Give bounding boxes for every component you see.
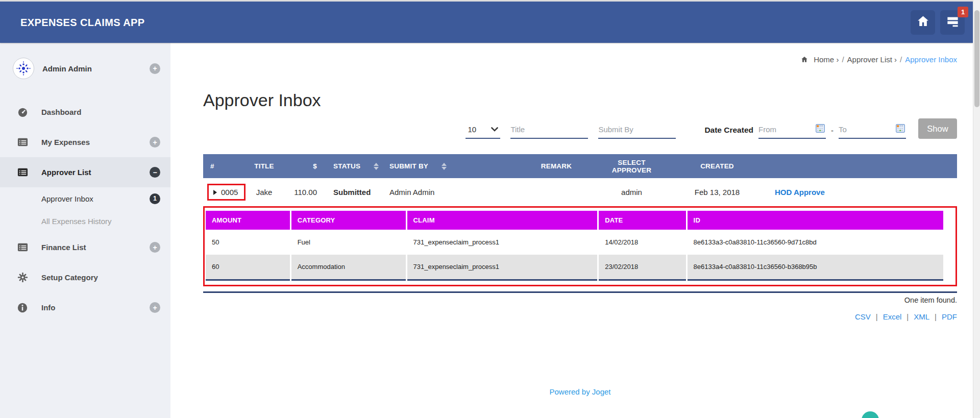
- sidebar-item-all-expenses-history[interactable]: All Expenses History: [0, 210, 170, 232]
- col-header-status[interactable]: STATUS: [329, 154, 385, 178]
- expand-row-icon[interactable]: [213, 190, 217, 195]
- date-created-filter: Date Created -: [704, 120, 906, 139]
- col-header-title: TITLE: [240, 154, 288, 178]
- expand-plus-icon[interactable]: +: [150, 242, 160, 253]
- date-created-label: Date Created: [704, 126, 753, 139]
- collapse-minus-icon[interactable]: −: [150, 167, 160, 178]
- row-status-cell: Submitted: [329, 178, 385, 206]
- calendar-icon[interactable]: [816, 124, 825, 135]
- row-remark-cell: [513, 178, 600, 206]
- sort-arrows-icon[interactable]: [374, 163, 379, 170]
- sidebar-item-approver-list[interactable]: Approver List −: [0, 157, 170, 187]
- row-created-cell: Feb 13, 2018: [664, 178, 771, 206]
- home-button[interactable]: [911, 10, 935, 35]
- page-title: Approver Inbox: [203, 90, 957, 110]
- show-button[interactable]: Show: [918, 118, 957, 139]
- detail-col-category: CATEGORY: [290, 211, 406, 230]
- row-title-cell: Jake: [240, 178, 288, 206]
- table-footer-divider: [203, 291, 957, 293]
- info-icon: [17, 302, 41, 313]
- export-links: CSV|Excel|XML|PDF: [203, 312, 957, 321]
- app-header: EXPENSES CLAIMS APP 1: [0, 2, 973, 43]
- export-excel-link[interactable]: Excel: [883, 312, 902, 321]
- breadcrumb-home[interactable]: Home ›: [814, 55, 839, 64]
- annotation-box-detail-table: AMOUNT CATEGORY CLAIM DATE ID 50 Fuel 73…: [203, 206, 957, 286]
- sidebar-item-approver-inbox[interactable]: Approver Inbox 1: [0, 187, 170, 210]
- col-header-action: [771, 154, 957, 178]
- gear-icon: [17, 272, 41, 283]
- table-header-row: # TITLE $ STATUS SUBMIT BY REMARK SELECT…: [203, 154, 957, 178]
- calendar-icon[interactable]: [896, 124, 905, 135]
- sidebar-menu: Dashboard My Expenses +: [0, 97, 170, 323]
- sidebar-item-info[interactable]: Info +: [0, 292, 170, 323]
- chevron-down-icon: [491, 127, 498, 132]
- user-avatar: [13, 58, 34, 79]
- table-row[interactable]: 0005 Jake 110.00 Submitted Admin Admin a…: [203, 178, 957, 206]
- inbox-list-icon: [946, 14, 960, 30]
- dashboard-gauge-icon: [17, 106, 41, 118]
- expense-detail-table: AMOUNT CATEGORY CLAIM DATE ID 50 Fuel 73…: [206, 211, 943, 281]
- export-csv-link[interactable]: CSV: [855, 312, 871, 321]
- result-summary: One item found.: [203, 296, 957, 304]
- home-icon: [916, 14, 930, 30]
- detail-col-id: ID: [687, 211, 943, 230]
- expand-plus-icon[interactable]: +: [150, 137, 160, 147]
- breadcrumb-parent[interactable]: Approver List ›: [847, 55, 897, 64]
- hod-approve-link[interactable]: HOD Approve: [775, 188, 825, 196]
- approver-inbox-table: # TITLE $ STATUS SUBMIT BY REMARK SELECT…: [203, 154, 957, 206]
- submit-by-filter-input[interactable]: [598, 120, 676, 139]
- col-header-amount: $: [288, 154, 329, 178]
- inbox-button[interactable]: 1: [940, 10, 965, 35]
- detail-col-claim: CLAIM: [406, 211, 598, 230]
- page-size-select[interactable]: 10: [465, 120, 500, 139]
- user-expand-icon[interactable]: +: [150, 63, 160, 74]
- scrollbar-thumb[interactable]: [974, 10, 979, 107]
- notification-badge: 1: [958, 7, 968, 17]
- date-to-input[interactable]: [839, 120, 890, 138]
- detail-col-date: DATE: [598, 211, 687, 230]
- footer: Powered by Joget: [203, 387, 957, 396]
- export-xml-link[interactable]: XML: [914, 312, 929, 321]
- detail-header-row: AMOUNT CATEGORY CLAIM DATE ID: [206, 211, 943, 230]
- detail-row: 60 Accommodation 731_expenseclaim_proces…: [206, 255, 943, 280]
- row-amount-cell: 110.00: [288, 178, 329, 206]
- detail-row: 50 Fuel 731_expenseclaim_process1 14/02/…: [206, 230, 943, 255]
- sidebar-item-dashboard[interactable]: Dashboard: [0, 97, 170, 127]
- sort-arrows-icon[interactable]: [442, 163, 447, 170]
- sidebar-item-finance-list[interactable]: Finance List +: [0, 232, 170, 262]
- detail-col-amount: AMOUNT: [206, 211, 290, 230]
- sidebar-item-my-expenses[interactable]: My Expenses +: [0, 127, 170, 157]
- sidebar-item-setup-category[interactable]: Setup Category: [0, 262, 170, 292]
- date-from-input[interactable]: [758, 120, 810, 138]
- sidebar: Admin Admin + Dashboard: [0, 43, 170, 418]
- vertical-scrollbar[interactable]: [973, 0, 980, 418]
- expand-plus-icon[interactable]: +: [150, 302, 160, 313]
- main-content: Home ›/Approver List ›/Approver Inbox Ap…: [170, 43, 973, 418]
- list-alt-icon: [17, 136, 41, 148]
- col-header-submit-by[interactable]: SUBMIT BY: [385, 154, 513, 178]
- user-name: Admin Admin: [42, 64, 92, 73]
- row-action-cell: HOD Approve: [771, 178, 957, 206]
- breadcrumb-current[interactable]: Approver Inbox: [905, 55, 957, 64]
- powered-by-link[interactable]: Powered by Joget: [549, 387, 610, 396]
- sidebar-user[interactable]: Admin Admin +: [13, 57, 170, 80]
- col-header-num: #: [203, 154, 240, 178]
- list-alt-icon: [17, 166, 41, 178]
- col-header-select-approver: SELECT APPROVER: [600, 154, 664, 178]
- header-actions: 1: [911, 10, 965, 35]
- approver-inbox-count-badge: 1: [150, 193, 160, 204]
- row-id-cell[interactable]: 0005: [203, 178, 240, 206]
- breadcrumb: Home ›/Approver List ›/Approver Inbox: [203, 55, 957, 64]
- annotation-box-row-id[interactable]: 0005: [207, 184, 246, 201]
- col-header-created: CREATED: [664, 154, 771, 178]
- col-header-remark: REMARK: [513, 154, 600, 178]
- app-title: EXPENSES CLAIMS APP: [20, 16, 145, 28]
- list-alt-icon: [17, 241, 41, 253]
- breadcrumb-home-icon: [800, 55, 814, 64]
- browser-edge: [0, 0, 980, 2]
- filter-bar: 10 Date Created -: [203, 117, 957, 139]
- title-filter-input[interactable]: [510, 120, 588, 139]
- row-approver-cell: admin: [600, 178, 664, 206]
- export-pdf-link[interactable]: PDF: [942, 312, 957, 321]
- row-submit-by-cell: Admin Admin: [385, 178, 513, 206]
